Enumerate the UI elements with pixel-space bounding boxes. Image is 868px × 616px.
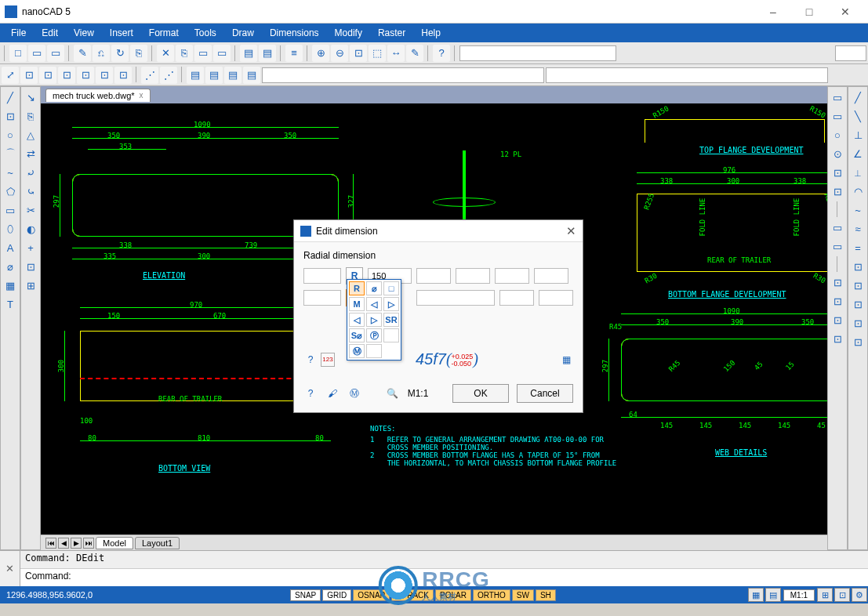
toolbar-button[interactable]: ≈	[849, 220, 866, 237]
cancel-button[interactable]: Cancel	[517, 384, 573, 403]
toolbar-button[interactable]: T	[2, 295, 19, 313]
toolbar-button[interactable]: ⊕	[312, 45, 329, 62]
toolbar-button[interactable]: ⌒	[2, 145, 19, 162]
toolbar-button[interactable]: ⊡	[829, 274, 846, 291]
toolbar-button[interactable]: ▤	[259, 45, 276, 62]
toolbar-button[interactable]: ⊡	[849, 295, 866, 313]
symbol-option[interactable]: SR	[383, 313, 399, 327]
dim-field[interactable]	[456, 268, 490, 284]
toolbar-button[interactable]: ⎌	[93, 45, 110, 62]
toolbar-button[interactable]: ▤	[205, 67, 223, 84]
toolbar-button[interactable]: ▭	[829, 89, 846, 106]
toolbar-button[interactable]: ╱	[2, 89, 19, 106]
toolbar-button[interactable]: ⤿	[22, 183, 39, 200]
toolbar-button[interactable]: ⊡	[849, 258, 866, 275]
toolbar-button[interactable]: ╲	[849, 107, 866, 125]
status-icon[interactable]: ▦	[748, 588, 764, 602]
toolbar-button[interactable]: ⊡	[114, 67, 132, 84]
layout-tab-first-icon[interactable]: ⏮	[45, 538, 56, 549]
toolbar-button[interactable]: ⊡	[77, 67, 94, 84]
layer-dropdown[interactable]	[262, 67, 544, 83]
status-icon[interactable]: ⊡	[834, 588, 850, 602]
toolbar-button[interactable]: ⊡	[829, 164, 846, 181]
document-tab-close-icon[interactable]: x	[140, 91, 143, 100]
toolbar-button[interactable]: ⇄	[22, 145, 39, 162]
dim-field[interactable]	[495, 268, 529, 284]
toolbar-button[interactable]: ▭	[47, 45, 64, 62]
toolbar-button[interactable]: ⊡	[829, 292, 846, 310]
layout-tab-model[interactable]: Model	[96, 537, 133, 549]
status-icon[interactable]: ⊞	[817, 588, 833, 602]
menu-view[interactable]: View	[66, 24, 102, 42]
toolbar-button[interactable]: ○	[829, 126, 846, 143]
toolbar-button[interactable]: ⊡	[849, 314, 866, 332]
toolbar-button[interactable]: ▤	[224, 67, 242, 84]
symbol-option[interactable]: ◁	[366, 297, 382, 311]
layout-tab-next-icon[interactable]: ▶	[71, 538, 82, 549]
toolbar-button[interactable]: ▭	[829, 219, 846, 236]
layout-tab-last-icon[interactable]: ⏭	[83, 538, 94, 549]
toolbar-button[interactable]: ⊡	[829, 330, 846, 347]
toolbar-button[interactable]: ▭	[829, 107, 846, 125]
command-close-icon[interactable]: ✕	[0, 551, 20, 586]
menu-modify[interactable]: Modify	[327, 24, 370, 42]
symbol-option[interactable]: ⌀	[366, 281, 382, 295]
toolbar-button[interactable]: ○	[2, 126, 19, 143]
command-input[interactable]: Command:	[20, 569, 868, 586]
toolbar-button[interactable]: ⊡	[20, 67, 38, 84]
toolbar-button[interactable]: ≡	[285, 45, 303, 62]
toolbar-button[interactable]: ⊡	[829, 311, 846, 328]
symbol-option[interactable]: Ⓜ	[349, 344, 365, 358]
menu-help[interactable]: Help	[413, 24, 449, 42]
toolbar-button[interactable]: ⬠	[2, 183, 19, 200]
toolbar-button[interactable]: ╱	[849, 89, 866, 106]
toolbar-button[interactable]: ⟂	[849, 164, 866, 181]
symbol-option[interactable]: □	[383, 281, 399, 295]
toolbar-button[interactable]: ⎘	[22, 107, 39, 125]
toolbar-button[interactable]: ⊡	[22, 258, 39, 275]
toolbar-button[interactable]: ▭	[829, 237, 846, 255]
symbol-option[interactable]: S⌀	[349, 328, 365, 342]
toolbar-button[interactable]: ⊡	[350, 45, 367, 62]
dialog-titlebar[interactable]: Edit dimension ✕	[294, 220, 583, 242]
menu-dimensions[interactable]: Dimensions	[262, 24, 327, 42]
linetype-dropdown[interactable]	[546, 67, 828, 83]
toolbar-button[interactable]: ✎	[406, 45, 423, 62]
toolbar-button[interactable]: ⊖	[331, 45, 348, 62]
m-symbol-icon[interactable]: Ⓜ	[347, 386, 361, 400]
search-input[interactable]	[459, 45, 616, 61]
dim-field[interactable]	[534, 268, 568, 284]
symbol-option[interactable]: Ⓟ	[366, 328, 382, 342]
window-close-button[interactable]: ✕	[827, 0, 863, 24]
toolbar-button[interactable]: ⋰	[160, 67, 177, 84]
menu-edit[interactable]: Edit	[34, 24, 66, 42]
symbol-option[interactable]: ▷	[383, 297, 399, 311]
toolbar-button[interactable]: ⊡	[829, 183, 846, 200]
symbol-option[interactable]: ◁	[349, 313, 365, 327]
dim-field[interactable]	[416, 268, 451, 284]
window-minimize-button[interactable]: –	[755, 0, 791, 24]
help-icon[interactable]: ?	[303, 386, 318, 400]
dim-field[interactable]	[539, 290, 573, 306]
dim-field[interactable]	[499, 290, 534, 306]
toolbar-button[interactable]: ✕	[157, 45, 174, 62]
menu-tools[interactable]: Tools	[187, 24, 224, 42]
toolbar-button[interactable]: ⬯	[2, 220, 19, 237]
toolbar-button[interactable]: ∠	[849, 145, 866, 162]
toolbar-button[interactable]: ▭	[194, 45, 212, 62]
toolbar-button[interactable]: ⤾	[22, 164, 39, 181]
help-icon[interactable]: ?	[303, 353, 318, 367]
toolbar-button[interactable]: ⊡	[849, 333, 866, 350]
toolbar-button[interactable]: ✎	[74, 45, 91, 62]
dim-field[interactable]	[303, 290, 341, 306]
layout-tab-layout1[interactable]: Layout1	[135, 537, 180, 549]
status-toggle-grid[interactable]: GRID	[322, 589, 351, 601]
toolbar-button[interactable]: ◠	[849, 183, 866, 200]
dim-field[interactable]	[416, 290, 495, 306]
toolbar-button[interactable]: ~	[2, 164, 19, 181]
status-toggle-osnap[interactable]: OSNAP	[353, 589, 390, 601]
zoom-icon[interactable]: 🔍	[386, 386, 400, 400]
aux-input[interactable]	[835, 45, 866, 61]
status-toggle-polar[interactable]: POLAR	[435, 589, 471, 601]
toolbar-button[interactable]: ▦	[2, 277, 19, 294]
